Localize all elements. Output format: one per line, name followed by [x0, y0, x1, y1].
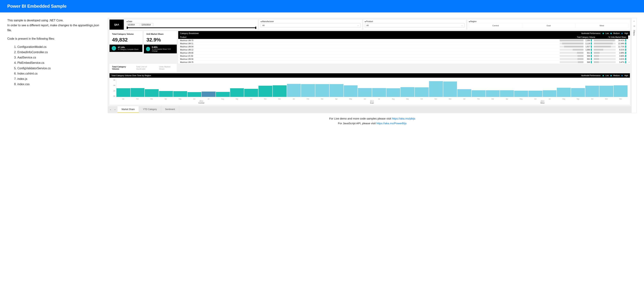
chart-bar[interactable] — [457, 89, 471, 97]
kpi-tabs[interactable]: Total Category VolumeTotal Unit of VanAr… — [110, 64, 177, 72]
x-axis-months: JanFebMarAprMayJunJulAugSepOctNovDecJanF… — [110, 98, 630, 100]
manufacturer-dropdown[interactable]: All — [261, 23, 360, 28]
chart-bar[interactable] — [585, 86, 599, 97]
date-range-slider[interactable] — [127, 28, 256, 28]
breakdown-table[interactable]: Category Breakdown VanArsdel Performance… — [178, 31, 630, 64]
perf-legend: VanArsdel Performance: Low Medium High — [580, 32, 628, 34]
table-row[interactable]: Maximus UM-702,35914.41% — [178, 39, 628, 42]
date-slicer[interactable]: Date — [125, 20, 258, 30]
breakdown-scrollbar[interactable]: ▴▾ — [628, 36, 630, 64]
chart-bar[interactable] — [173, 91, 187, 97]
chart-bar[interactable] — [372, 88, 386, 97]
chart-bars[interactable] — [116, 79, 628, 97]
chart-bar[interactable] — [188, 92, 202, 97]
chart-bar[interactable] — [315, 84, 329, 97]
intro-line1: This sample is developed using .NET Core… — [7, 19, 64, 22]
chart-bar[interactable] — [344, 85, 358, 97]
settings-file: appsettings.json — [78, 24, 99, 27]
file-item: ConfigValidatorService.cs — [17, 66, 102, 71]
chart-bar[interactable] — [216, 92, 230, 97]
kpi-row: Total Category Volume 49,832 ↑ 67.14%% C… — [108, 31, 632, 64]
footer: For Live demo and more code samples plea… — [108, 116, 637, 126]
chart-bar[interactable] — [145, 89, 159, 97]
region-option[interactable]: Central — [469, 23, 522, 28]
chart-bar[interactable] — [557, 88, 571, 97]
manufacturer-slicer[interactable]: Manufacturer All — [259, 20, 362, 30]
kpi-tab[interactable]: Total Unit of VanArsdel — [134, 64, 157, 72]
chart-bar[interactable] — [202, 92, 216, 97]
next-page-icon[interactable]: ▸ — [113, 107, 118, 112]
tcv-col: Total Category Volume 49,832 ↑ 67.14%% C… — [110, 31, 142, 64]
chart-bar[interactable] — [287, 84, 301, 97]
region-slicer[interactable]: Region CentralEastWest — [468, 20, 630, 30]
main-content: This sample is developed using .NET Core… — [0, 12, 644, 131]
chart-bar[interactable] — [486, 90, 500, 97]
table-row[interactable]: Maximus UM-565913.61% — [178, 58, 628, 61]
chart-bar[interactable] — [429, 81, 443, 97]
chart-bar[interactable] — [330, 84, 344, 97]
chart-title: Total Category Volume Over Time by Regio… — [111, 74, 151, 76]
chart-bar[interactable] — [273, 85, 287, 97]
page-tab[interactable]: Sentiment — [161, 106, 179, 113]
region-option[interactable]: West — [575, 23, 628, 28]
qa-button[interactable]: Q&A — [110, 20, 124, 30]
file-item: PbiEmbedService.cs — [17, 60, 102, 65]
ums-col: Unit Market Share 32.9% ↑ 0.46%% Unit Ma… — [144, 31, 177, 64]
pbijs-link[interactable]: https://aka.ms/pbijs — [392, 117, 415, 120]
chart-bar[interactable] — [415, 87, 429, 97]
chart-bar[interactable] — [514, 91, 528, 97]
date-from-input[interactable] — [127, 23, 140, 26]
ums-card: Unit Market Share 32.9% — [144, 31, 177, 44]
chart-bar[interactable] — [528, 91, 542, 97]
date-to-input[interactable] — [140, 23, 153, 26]
breakdown-header[interactable]: Product . Total Category Volume . % Unit… — [178, 36, 628, 39]
chart-bar[interactable] — [400, 87, 414, 97]
table-row[interactable]: Maximus UM-121,0666.51% — [178, 48, 628, 51]
page-tabs[interactable]: ◂ ▸ Market ShareYTD CategorySentiment — [108, 106, 632, 113]
chart-bar[interactable] — [244, 89, 258, 97]
chart-bar[interactable] — [500, 90, 514, 97]
kpi-tab[interactable]: Units Market Share — [156, 64, 177, 72]
product-dropdown[interactable]: All — [365, 23, 465, 28]
file-item: index.css — [17, 82, 102, 87]
compete-card: ↑ 67.14%% Category Compete Share — [110, 44, 142, 52]
chart-bar[interactable] — [159, 91, 173, 97]
filters-collapse-icon[interactable]: ‹ — [634, 20, 634, 22]
chart-bar[interactable] — [230, 88, 244, 97]
chart-section[interactable]: Total Category Volume Over Time by Regio… — [110, 73, 630, 105]
chart-bar[interactable] — [472, 90, 486, 97]
file-item: index.js — [17, 76, 102, 81]
file-item: Index.cshtml.cs — [17, 71, 102, 76]
table-row[interactable]: Maximus UM-112,11812.94% — [178, 42, 628, 45]
chart-bar[interactable] — [258, 86, 272, 97]
filters-bookmark-icon[interactable]: ◅ — [633, 25, 635, 27]
prev-page-icon[interactable]: ◂ — [108, 107, 113, 112]
chart-bar[interactable] — [614, 85, 628, 97]
chart-bar[interactable] — [543, 90, 556, 97]
chart-bar[interactable] — [116, 88, 130, 97]
chart-bar[interactable] — [443, 82, 457, 97]
powerbijs-link[interactable]: https://aka.ms/PowerBIjs — [376, 122, 406, 125]
yoy-card: ↑ 0.46%% Unit Market Share YOY Change — [144, 44, 177, 53]
chart-bar[interactable] — [358, 88, 372, 97]
y-axis: 3K2K1K0K — [112, 79, 116, 97]
table-row[interactable]: Maximus UC-505993.66% — [178, 54, 628, 58]
embedded-report[interactable]: Q&A Date Manufacturer All Pr — [108, 18, 632, 113]
chart-bar[interactable] — [301, 84, 315, 97]
table-row[interactable]: Maximus UM-541,91711.71% — [178, 45, 628, 48]
tcv-card: Total Category Volume 49,832 — [110, 31, 142, 44]
region-option[interactable]: East — [522, 23, 576, 28]
table-row[interactable]: Maximus UM-765683.47% — [178, 61, 628, 64]
chart-bar[interactable] — [571, 88, 585, 97]
x-axis-regions: CentralEastWest — [110, 102, 630, 105]
page-tab[interactable]: YTD Category — [139, 106, 161, 113]
chart-bar[interactable] — [131, 88, 144, 97]
app-header: Power BI Embedded Sample — [0, 0, 644, 12]
kpi-tab[interactable]: Total Category Volume — [110, 64, 134, 72]
table-row[interactable]: Maximus UM-666513.98% — [178, 51, 628, 54]
chart-bar[interactable] — [386, 88, 400, 97]
page-tab[interactable]: Market Share — [118, 106, 139, 113]
filters-pane[interactable]: ‹ ◅ Filters — [632, 18, 637, 113]
chart-bar[interactable] — [600, 86, 613, 97]
product-slicer[interactable]: Product All — [364, 20, 466, 30]
